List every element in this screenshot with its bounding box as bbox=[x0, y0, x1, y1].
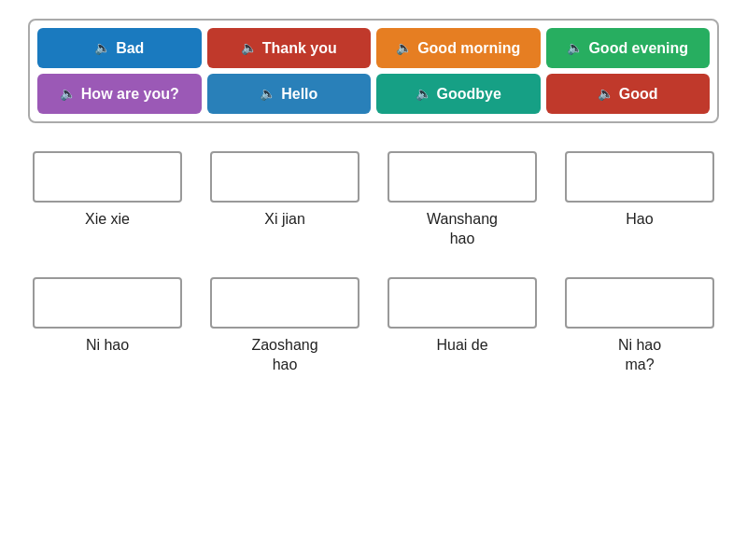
btn-label-good-morning: Good morning bbox=[417, 39, 520, 57]
speaker-icon: 🔈 bbox=[60, 86, 76, 102]
btn-label-thank-you: Thank you bbox=[262, 39, 337, 57]
drop-box-ni-hao-ma[interactable] bbox=[565, 277, 714, 329]
drop-item-ni-hao-ma: Ni haoma? bbox=[560, 277, 719, 375]
speaker-icon: 🔈 bbox=[241, 40, 257, 56]
drop-item-xi-jian: Xi jian bbox=[205, 151, 364, 249]
drop-box-huai-de[interactable] bbox=[388, 277, 537, 329]
btn-good[interactable]: 🔈Good bbox=[546, 74, 711, 114]
btn-bad[interactable]: 🔈Bad bbox=[37, 28, 202, 68]
btn-good-morning[interactable]: 🔈Good morning bbox=[376, 28, 541, 68]
speaker-icon: 🔈 bbox=[567, 40, 583, 56]
drop-box-hao[interactable] bbox=[565, 151, 714, 203]
btn-label-goodbye: Goodbye bbox=[437, 85, 501, 103]
btn-label-good-evening: Good evening bbox=[588, 39, 688, 57]
speaker-icon: 🔈 bbox=[416, 86, 431, 102]
drop-label-ni-hao: Ni hao bbox=[86, 336, 129, 356]
drop-box-xie-xie[interactable] bbox=[33, 151, 182, 203]
btn-label-hello: Hello bbox=[281, 85, 317, 103]
speaker-icon: 🔈 bbox=[94, 40, 110, 56]
drop-item-wanshang-hao: Wanshanghao bbox=[383, 151, 542, 249]
btn-goodbye[interactable]: 🔈Goodbye bbox=[376, 74, 541, 114]
drop-grid-row1: Xie xieXi jianWanshanghaoHao bbox=[28, 151, 719, 249]
drop-item-hao: Hao bbox=[560, 151, 719, 249]
speaker-icon: 🔈 bbox=[598, 86, 613, 102]
drop-label-zaoshang-hao: Zaoshanghao bbox=[251, 336, 317, 375]
drop-box-wanshang-hao[interactable] bbox=[388, 151, 537, 203]
drop-label-huai-de: Huai de bbox=[436, 336, 487, 356]
speaker-icon: 🔈 bbox=[396, 40, 412, 56]
word-button-grid: 🔈Bad🔈Thank you🔈Good morning🔈Good evening… bbox=[28, 19, 719, 123]
drop-item-huai-de: Huai de bbox=[383, 277, 542, 375]
btn-hello[interactable]: 🔈Hello bbox=[207, 74, 372, 114]
speaker-icon: 🔈 bbox=[260, 86, 275, 102]
drop-label-ni-hao-ma: Ni haoma? bbox=[618, 336, 661, 375]
drop-label-wanshang-hao: Wanshanghao bbox=[427, 210, 498, 249]
drop-grid-row2: Ni haoZaoshanghaoHuai deNi haoma? bbox=[28, 277, 719, 375]
btn-label-bad: Bad bbox=[116, 39, 144, 57]
drop-box-xi-jian[interactable] bbox=[210, 151, 359, 203]
drop-item-ni-hao: Ni hao bbox=[28, 277, 187, 375]
drop-label-hao: Hao bbox=[626, 210, 653, 230]
drop-item-zaoshang-hao: Zaoshanghao bbox=[205, 277, 364, 375]
drop-box-ni-hao[interactable] bbox=[33, 277, 182, 329]
btn-how-are-you[interactable]: 🔈How are you? bbox=[37, 74, 202, 114]
drop-label-xie-xie: Xie xie bbox=[85, 210, 130, 230]
drop-item-xie-xie: Xie xie bbox=[28, 151, 187, 249]
drop-box-zaoshang-hao[interactable] bbox=[210, 277, 359, 329]
drop-label-xi-jian: Xi jian bbox=[264, 210, 305, 230]
btn-good-evening[interactable]: 🔈Good evening bbox=[546, 28, 711, 68]
btn-label-how-are-you: How are you? bbox=[81, 85, 179, 103]
btn-thank-you[interactable]: 🔈Thank you bbox=[207, 28, 372, 68]
btn-label-good: Good bbox=[619, 85, 658, 103]
